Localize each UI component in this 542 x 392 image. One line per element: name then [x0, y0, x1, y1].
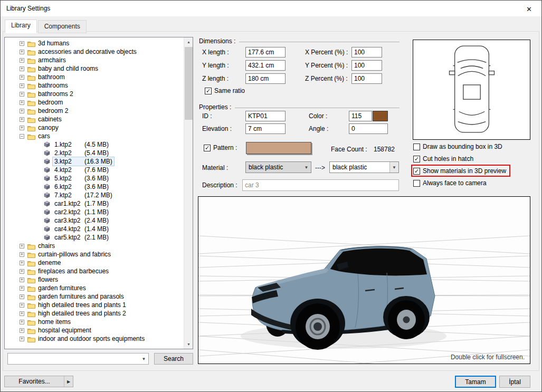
folder-icon [27, 268, 35, 275]
tree-folder-garden-furnitures-and-parasols[interactable]: +garden furnitures and parasols [5, 292, 184, 301]
tree-folder-armchairs[interactable]: +armchairs [5, 56, 184, 64]
tree-folder-bathroom[interactable]: +bathroom [5, 73, 184, 81]
scroll-down-icon[interactable]: ▼ [184, 340, 193, 349]
id-input[interactable] [245, 111, 286, 121]
expand-icon[interactable]: + [20, 320, 24, 324]
y-percent-input[interactable] [351, 60, 382, 71]
tree-folder-high-detailed-trees-and-plants-1[interactable]: +high detailed trees and plants 1 [5, 301, 184, 309]
tree-item-7-ktp2[interactable]: 7.ktp2(17.2 MB) [5, 191, 184, 199]
color-swatch[interactable] [373, 111, 388, 121]
tree-item-car4-ktp2[interactable]: car4.ktp2(1.4 MB) [5, 225, 184, 233]
tree-folder-curtain-pillows-and-fabrics[interactable]: +curtain-pillows and fabrics [5, 250, 184, 259]
tree-item-6-ktp2[interactable]: 6.ktp2(3.6 MB) [5, 183, 184, 191]
tree-folder-canopy[interactable]: +canopy [5, 123, 184, 132]
description-input[interactable] [242, 179, 399, 191]
tree-folder-cabinets[interactable]: +cabinets [5, 115, 184, 123]
scroll-up-icon[interactable]: ▲ [184, 37, 193, 46]
expand-icon[interactable]: + [20, 117, 24, 122]
tree-folder-flowers[interactable]: +flowers [5, 275, 184, 284]
color-value-input[interactable] [349, 111, 372, 121]
tree-folder-fireplaces-and-barbecues[interactable]: +fireplaces and barbecues [5, 267, 184, 275]
same-ratio-checkbox[interactable]: ✓ Same ratio [205, 87, 245, 94]
expand-icon[interactable]: + [20, 100, 24, 105]
option-always-face-to-camera[interactable]: Always face to camera [413, 179, 487, 187]
tree-folder-accessories-and-decorative-objects[interactable]: +accessories and decorative objects [5, 47, 184, 56]
tree-folder-cars[interactable]: −cars [5, 132, 184, 140]
expand-icon[interactable]: + [20, 66, 24, 71]
material-select[interactable]: black plastic ▼ [245, 161, 311, 173]
tree-item-2-ktp2[interactable]: 2.ktp2(5.4 MB) [5, 149, 184, 157]
tree-folder-indoor-and-outdoor-sports-equipments[interactable]: +indoor and outdoor sports equipments [5, 334, 184, 343]
x-length-input[interactable] [245, 47, 286, 58]
z-percent-input[interactable] [351, 73, 382, 84]
material-mapped-select[interactable]: black plastic ▼ [329, 161, 399, 173]
expand-icon[interactable]: + [20, 83, 24, 88]
expand-icon[interactable]: + [20, 252, 24, 257]
option-draw-as-bounding-box-in-3d[interactable]: Draw as bounding box in 3D [413, 142, 502, 151]
tree-item-car3-ktp2[interactable]: car3.ktp2(2.4 MB) [5, 216, 184, 225]
tree-scrollbar[interactable]: ▲ ▼ [184, 37, 193, 349]
expand-icon[interactable]: + [20, 75, 24, 80]
close-button[interactable]: ✕ [517, 1, 541, 17]
pattern-checkbox[interactable]: ✓ Pattern : [204, 144, 237, 151]
expand-icon[interactable]: + [20, 303, 24, 308]
angle-input[interactable] [349, 123, 388, 134]
expand-icon[interactable]: + [20, 294, 24, 299]
expand-icon[interactable]: + [20, 41, 24, 46]
scrollbar-thumb[interactable] [185, 47, 193, 120]
tab-components[interactable]: Components [38, 20, 87, 33]
library-tree[interactable]: +3d humans+accessories and decorative ob… [4, 37, 193, 349]
tree-folder-deneme[interactable]: +deneme [5, 259, 184, 267]
cancel-button[interactable]: İptal [499, 376, 530, 388]
tree-item-4-ktp2[interactable]: 4.ktp2(7.6 MB) [5, 166, 184, 174]
expand-icon[interactable]: + [20, 109, 24, 113]
tree-item-3-ktp2[interactable]: 3.ktp2(16.3 MB) [5, 157, 184, 166]
expand-icon[interactable]: + [20, 244, 24, 248]
expand-icon[interactable]: + [20, 328, 24, 333]
dropdown-arrow-icon[interactable]: ▼ [139, 353, 148, 364]
tree-item-1-ktp2[interactable]: 1.ktp2(4.5 MB) [5, 140, 184, 149]
tree-folder-bedroom[interactable]: +bedroom [5, 98, 184, 107]
tree-folder-high-detailed-trees-and-plants-2[interactable]: +high detailed trees and plants 2 [5, 309, 184, 318]
option-cut-holes-in-hatch[interactable]: ✓Cut holes in hatch [413, 155, 473, 163]
expand-icon[interactable]: + [20, 126, 24, 130]
folder-icon [27, 74, 35, 81]
pattern-swatch[interactable] [246, 142, 311, 154]
expand-icon[interactable]: + [20, 269, 24, 274]
tree-folder-hospital-equipment[interactable]: +hospital equipment [5, 326, 184, 334]
tree-item-car2-ktp2[interactable]: car2.ktp2(1.1 MB) [5, 208, 184, 216]
search-combo[interactable]: ▼ [7, 353, 149, 365]
expand-icon[interactable]: + [20, 337, 24, 341]
z-length-input[interactable] [245, 73, 286, 84]
collapse-icon[interactable]: − [20, 134, 24, 139]
tree-folder-3d-humans[interactable]: +3d humans [5, 39, 184, 47]
tab-library[interactable]: Library [5, 20, 37, 33]
tree-item-5-ktp2[interactable]: 5.ktp2(3.6 MB) [5, 174, 184, 183]
tree-item-car1-ktp2[interactable]: car1.ktp2(1.7 MB) [5, 199, 184, 208]
elevation-input[interactable] [245, 123, 286, 134]
search-button[interactable]: Search [154, 353, 193, 365]
tree-folder-bathrooms[interactable]: +bathrooms [5, 81, 184, 90]
tree-folder-baby-and-child-rooms[interactable]: +baby and child rooms [5, 64, 184, 73]
expand-icon[interactable]: + [20, 286, 24, 291]
tree-folder-home-items[interactable]: +home items [5, 318, 184, 326]
ok-button[interactable]: Tamam [455, 376, 496, 388]
expand-icon[interactable]: + [20, 278, 24, 282]
expand-icon[interactable]: + [20, 50, 24, 54]
tree-folder-bathrooms-2[interactable]: +bathrooms 2 [5, 90, 184, 98]
y-length-input[interactable] [245, 60, 286, 71]
expand-icon[interactable]: + [20, 311, 24, 316]
expand-icon[interactable]: + [20, 58, 24, 63]
tree-item-car5-ktp2[interactable]: car5.ktp2(2.1 MB) [5, 233, 184, 242]
search-input[interactable] [8, 353, 139, 364]
expand-icon[interactable]: + [20, 261, 24, 265]
tree-folder-bedroom-2[interactable]: +bedroom 2 [5, 107, 184, 115]
preview-3d[interactable]: Double click for fullscreen. [198, 196, 530, 364]
tree-folder-chairs[interactable]: +chairs [5, 242, 184, 250]
tree-folder-garden-furnitures[interactable]: +garden furnitures [5, 284, 184, 292]
expand-icon[interactable]: + [20, 92, 24, 97]
option-show-materials-in-3d-preview[interactable]: ✓Show materials in 3D preview [413, 167, 506, 175]
face-count-label: Face Count : [331, 146, 367, 153]
favorites-button[interactable]: Favorites... ▶ [4, 376, 73, 387]
x-percent-input[interactable] [351, 47, 382, 58]
